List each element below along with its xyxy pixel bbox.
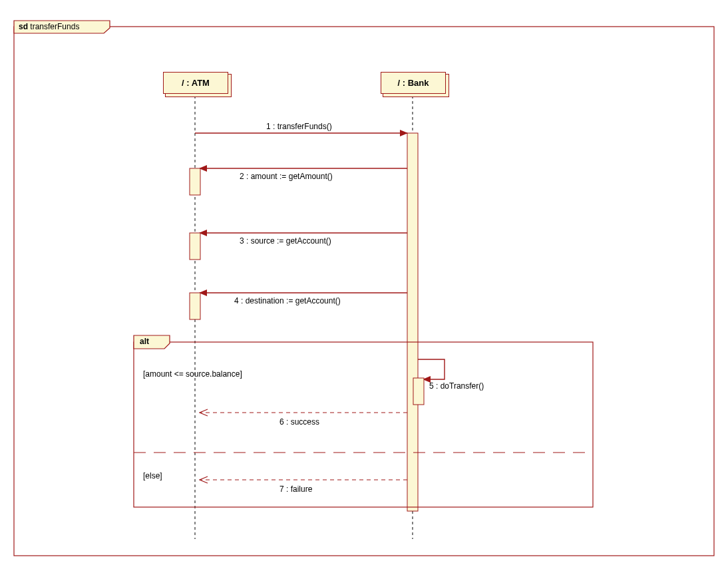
msg7-label: 7 : failure — [279, 484, 312, 494]
sd-keyword: sd — [19, 22, 28, 31]
activation-atm-4 — [190, 293, 200, 319]
alt-frame — [134, 342, 593, 507]
msg1-label: 1 : transferFunds() — [266, 122, 332, 131]
msg3-label: 3 : source := getAccount() — [240, 236, 331, 246]
alt-keyword: alt — [140, 337, 149, 346]
activation-bank-main — [407, 133, 418, 511]
activation-atm-3 — [190, 233, 200, 260]
activation-atm-2 — [190, 168, 200, 195]
lifeline-head-atm: / : ATM — [163, 72, 228, 94]
sd-frame-label: sd transferFunds — [19, 22, 79, 33]
activation-bank-self — [413, 378, 424, 405]
alt-guard-1: [amount <= source.balance] — [143, 369, 242, 379]
alt-frame-label: alt — [140, 337, 149, 347]
msg5-line — [418, 359, 445, 379]
lifeline-atm-label: / : ATM — [182, 78, 210, 88]
lifeline-head-bank: / : Bank — [381, 72, 446, 94]
msg6-label: 6 : success — [279, 417, 319, 427]
sd-frame — [14, 27, 714, 556]
diagram-canvas: sd transferFunds / : ATM / : Bank 1 : tr… — [0, 0, 728, 569]
msg4-label: 4 : destination := getAccount() — [234, 296, 341, 305]
msg2-label: 2 : amount := getAmount() — [240, 172, 333, 181]
sd-name: transferFunds — [30, 22, 79, 31]
diagram-svg — [0, 0, 728, 569]
lifeline-bank-label: / : Bank — [398, 78, 429, 88]
msg5-label: 5 : doTransfer() — [429, 381, 484, 391]
alt-guard-2: [else] — [143, 471, 162, 480]
